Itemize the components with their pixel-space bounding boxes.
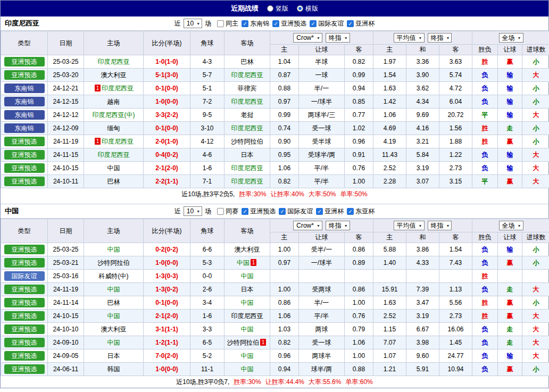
score-link[interactable]: 2-2(1-1) [155,178,178,185]
average-select[interactable]: 平均值▼ [394,221,425,230]
team-link[interactable]: 巴林 [107,178,120,185]
team-link[interactable]: 中国 [107,339,120,346]
competition-badge[interactable]: 东南锦 [4,97,45,106]
team-link[interactable]: 科威特(中) [99,272,129,280]
team-link[interactable]: 日本 [107,352,120,360]
team-link[interactable]: 沙特阿拉伯 [231,138,263,145]
team-link[interactable]: 日本 [241,151,254,159]
team-link[interactable]: 印度尼西亚 [98,151,130,159]
team-link[interactable]: 沙特阿拉伯 [227,339,259,346]
competition-badge[interactable]: 亚洲预选 [4,364,45,374]
team-link[interactable]: 巴林 [107,299,120,306]
score-link[interactable]: 2-0(1-0) [155,138,178,145]
score-link[interactable]: 0-1(0-0) [155,85,178,92]
filter-checkbox[interactable]: ✓东南锦 [242,19,269,28]
bookmaker-select[interactable]: Crow*▼ [293,33,322,43]
score-link[interactable]: 0-2(0-2) [155,246,178,253]
layout-radio-horizontal[interactable]: 横版 [297,4,318,13]
team-link[interactable]: 印度尼西亚 [231,164,263,172]
competition-badge[interactable]: 东南锦 [4,110,45,120]
fulltime-select[interactable]: 全场▼ [499,221,523,230]
team-link[interactable]: 中国 [241,352,254,360]
score-link[interactable]: 1-3(0-3) [155,272,178,280]
competition-badge[interactable]: 亚洲预选 [4,311,45,321]
team-link[interactable]: 中国 [241,365,254,373]
filter-checkbox[interactable]: ✓国际友谊 [279,207,313,216]
competition-badge[interactable]: 亚洲预选 [4,177,45,186]
team-link[interactable]: 中国 [107,164,120,172]
competition-badge[interactable]: 亚洲预选 [4,324,45,334]
score-link[interactable]: 1-0(0-0) [155,259,178,266]
team-link[interactable]: 印度尼西亚 [231,124,263,132]
recent-count-select[interactable]: 10 ▼ [184,206,202,216]
team-link[interactable]: 沙特阿拉伯 [98,259,130,266]
team-link[interactable]: 缅甸 [107,124,120,132]
team-link[interactable]: 中国 [107,246,120,253]
score-link[interactable]: 1-0(1-0) [155,58,178,65]
score-link[interactable]: 1-2(1-1) [155,339,178,346]
team-link[interactable]: 中国 [241,326,254,333]
score-link[interactable]: 2-1(2-0) [155,312,178,320]
competition-badge[interactable]: 亚洲预选 [4,150,45,160]
score-link[interactable]: 3-3(2-2) [155,111,178,119]
score-link[interactable]: 1-0(0-0) [155,365,178,373]
score-link[interactable]: 1-0(0-0) [155,98,178,105]
team-link[interactable]: 中国 [237,259,249,266]
team-link[interactable]: 越南 [107,98,120,105]
team-link[interactable]: 印度尼西亚 [231,98,263,105]
team-link[interactable]: 中国 [241,299,254,306]
avg-stage-select[interactable]: 终指▼ [428,221,452,230]
competition-badge[interactable]: 国际友谊 [4,271,45,281]
filter-checkbox[interactable]: 同赛 [217,207,238,216]
recent-count-select[interactable]: 10 ▼ [184,19,202,28]
competition-badge[interactable]: 亚洲预选 [4,298,45,307]
filter-checkbox[interactable]: ✓亚洲杯 [347,19,375,28]
team-link[interactable]: 中国 [107,286,120,293]
team-link[interactable]: 日本 [241,286,254,293]
team-link[interactable]: 中国 [241,272,254,280]
team-link[interactable]: 巴林 [241,58,254,65]
competition-badge[interactable]: 东南锦 [4,123,45,133]
score-link[interactable]: 3-1(1-1) [155,326,178,333]
team-link[interactable]: 中国 [107,312,120,320]
bookmaker-select[interactable]: Crow*▼ [293,221,322,230]
competition-badge[interactable]: 亚洲预选 [4,245,45,254]
team-link[interactable]: 澳大利亚 [101,326,127,333]
score-link[interactable]: 1-3(0-2) [155,286,178,293]
team-link[interactable]: 韩国 [107,365,120,373]
filter-checkbox[interactable]: 同主 [217,19,238,28]
score-link[interactable]: 5-1(3-0) [155,71,178,79]
team-link[interactable]: 菲律宾 [238,85,257,92]
competition-badge[interactable]: 亚洲预选 [4,351,45,361]
filter-checkbox[interactable]: ✓亚洲预选 [242,207,276,216]
competition-badge[interactable]: 亚洲预选 [4,137,45,146]
score-link[interactable]: 2-1(2-0) [155,164,178,172]
team-link[interactable]: 印度尼西亚 [231,71,263,79]
competition-badge[interactable]: 亚洲预选 [4,163,45,173]
score-link[interactable]: 0-1(0-0) [155,124,178,132]
average-select[interactable]: 平均值▼ [394,33,425,43]
odds-stage-select[interactable]: 终指▼ [326,221,350,230]
team-link[interactable]: 老挝 [241,111,254,119]
score-link[interactable]: 0-4(0-2) [155,151,178,159]
competition-badge[interactable]: 亚洲预选 [4,258,45,268]
competition-badge[interactable]: 亚洲预选 [4,338,45,347]
score-link[interactable]: 0-1(0-0) [155,299,178,306]
layout-radio-vertical[interactable]: 竖版 [267,4,288,13]
team-link[interactable]: 印度尼西亚 [102,138,134,145]
avg-stage-select[interactable]: 终指▼ [428,33,452,43]
team-link[interactable]: 印度尼西亚 [231,178,263,185]
filter-checkbox[interactable]: ✓亚洲杯 [316,207,344,216]
competition-badge[interactable]: 东南锦 [4,84,45,93]
filter-checkbox[interactable]: ✓亚洲预选 [272,19,306,28]
team-link[interactable]: 澳大利亚 [101,71,127,79]
odds-stage-select[interactable]: 终指▼ [326,33,350,43]
fulltime-select[interactable]: 全场▼ [499,33,523,43]
team-link[interactable]: 印度尼西亚 [231,312,263,320]
competition-badge[interactable]: 亚洲预选 [4,285,45,294]
competition-badge[interactable]: 亚洲预选 [4,70,45,80]
filter-checkbox[interactable]: ✓东亚杯 [347,207,375,216]
score-link[interactable]: 7-0(2-0) [155,352,178,360]
team-link[interactable]: 印度尼西亚 [102,85,134,92]
team-link[interactable]: 印度尼西亚(中) [93,111,135,119]
